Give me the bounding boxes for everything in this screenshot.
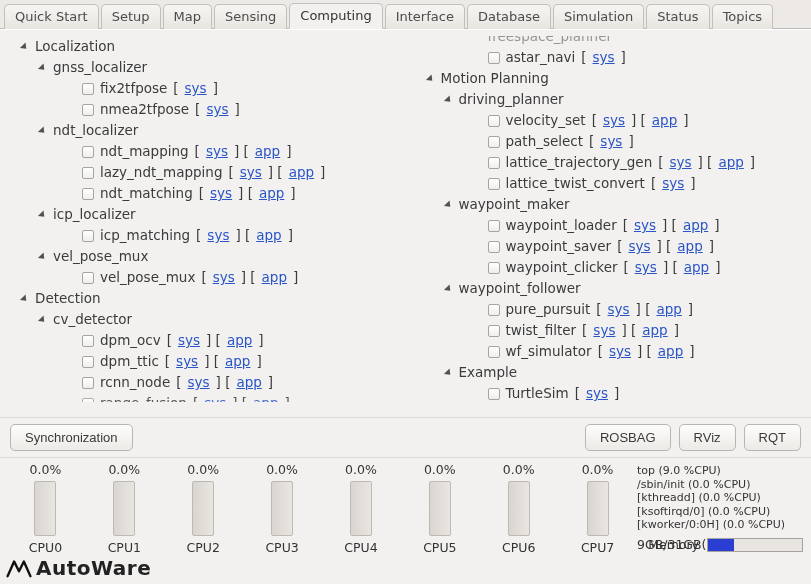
checkbox-velocity-set[interactable]	[488, 115, 500, 127]
twisty-icon[interactable]	[38, 63, 47, 72]
checkbox-lattice-twist-convert[interactable]	[488, 178, 500, 190]
checkbox-astar-navi[interactable]	[488, 52, 500, 64]
tab-status[interactable]: Status	[646, 4, 709, 29]
checkbox-lattice-trajectory-gen[interactable]	[488, 157, 500, 169]
twisty-icon[interactable]	[443, 200, 452, 209]
checkbox-dpm-ttic[interactable]	[82, 356, 94, 368]
checkbox-fix2tfpose[interactable]	[82, 83, 94, 95]
link-sys[interactable]: sys	[600, 131, 622, 152]
link-app[interactable]: app	[642, 320, 667, 341]
link-sys[interactable]: sys	[178, 330, 200, 351]
link-app[interactable]: app	[289, 162, 314, 183]
rviz-button[interactable]: RViz	[679, 424, 736, 451]
group-motion-planning: Motion Planning	[441, 68, 549, 89]
link-app[interactable]: app	[225, 351, 250, 372]
subgroup-waypoint-follower: waypoint_follower	[459, 278, 581, 299]
checkbox-pure-pursuit[interactable]	[488, 304, 500, 316]
link-sys[interactable]: sys	[207, 225, 229, 246]
link-sys[interactable]: sys	[593, 320, 615, 341]
link-app[interactable]: app	[259, 183, 284, 204]
link-sys[interactable]: sys	[185, 78, 207, 99]
link-sys[interactable]: sys	[206, 141, 228, 162]
subgroup-cv-detector: cv_detector	[53, 309, 132, 330]
link-sys[interactable]: sys	[593, 47, 615, 68]
item-icp-matching: icp_matching	[100, 225, 190, 246]
link-sys[interactable]: sys	[603, 110, 625, 131]
checkbox-ndt-mapping[interactable]	[82, 146, 94, 158]
item-velocity-set: velocity_set	[506, 110, 586, 131]
link-sys[interactable]: sys	[670, 152, 692, 173]
tab-topics[interactable]: Topics	[712, 4, 773, 29]
group-detection: Detection	[35, 288, 101, 309]
checkbox-nmea2tfpose[interactable]	[82, 104, 94, 116]
link-sys[interactable]: sys	[206, 99, 228, 120]
tab-simulation[interactable]: Simulation	[553, 4, 644, 29]
tab-database[interactable]: Database	[467, 4, 551, 29]
link-app[interactable]: app	[684, 257, 709, 278]
link-sys[interactable]: sys	[176, 351, 198, 372]
twisty-icon[interactable]	[38, 252, 47, 261]
link-app[interactable]: app	[236, 372, 261, 393]
checkbox-path-select[interactable]	[488, 136, 500, 148]
checkbox-waypoint-clicker[interactable]	[488, 262, 500, 274]
link-app[interactable]: app	[262, 267, 287, 288]
checkbox-wf-simulator[interactable]	[488, 346, 500, 358]
checkbox-twist-filter[interactable]	[488, 325, 500, 337]
link-app[interactable]: app	[256, 225, 281, 246]
checkbox-ndt-matching[interactable]	[82, 188, 94, 200]
link-sys[interactable]: sys	[586, 383, 608, 402]
link-app[interactable]: app	[253, 393, 278, 402]
checkbox-lazy-ndt-mapping[interactable]	[82, 167, 94, 179]
checkbox-rcnn-node[interactable]	[82, 377, 94, 389]
twisty-icon[interactable]	[20, 294, 29, 303]
link-sys[interactable]: sys	[240, 162, 262, 183]
link-sys[interactable]: sys	[608, 299, 630, 320]
checkbox-waypoint-loader[interactable]	[488, 220, 500, 232]
link-sys[interactable]: sys	[635, 257, 657, 278]
twisty-icon[interactable]	[425, 74, 434, 83]
twisty-icon[interactable]	[38, 210, 47, 219]
link-app[interactable]: app	[227, 330, 252, 351]
twisty-icon[interactable]	[20, 42, 29, 51]
twisty-icon[interactable]	[38, 126, 47, 135]
tab-quick-start[interactable]: Quick Start	[4, 4, 99, 29]
link-app[interactable]: app	[255, 141, 280, 162]
tab-interface[interactable]: Interface	[385, 4, 465, 29]
link-app[interactable]: app	[652, 110, 677, 131]
link-app[interactable]: app	[656, 299, 681, 320]
checkbox-vel-pose-mux[interactable]	[82, 272, 94, 284]
checkbox-icp-matching[interactable]	[82, 230, 94, 242]
item-dpm-ocv: dpm_ocv	[100, 330, 161, 351]
link-sys[interactable]: sys	[213, 267, 235, 288]
subgroup-example: Example	[459, 362, 518, 383]
tab-setup[interactable]: Setup	[101, 4, 161, 29]
link-sys[interactable]: sys	[188, 372, 210, 393]
checkbox-turtlesim[interactable]	[488, 388, 500, 400]
tab-computing[interactable]: Computing	[289, 3, 382, 29]
link-sys[interactable]: sys	[210, 183, 232, 204]
link-sys[interactable]: sys	[609, 341, 631, 362]
checkbox-dpm-ocv[interactable]	[82, 335, 94, 347]
link-sys[interactable]: sys	[662, 173, 684, 194]
link-app[interactable]: app	[718, 152, 743, 173]
twisty-icon[interactable]	[443, 95, 452, 104]
twisty-icon[interactable]	[38, 315, 47, 324]
twisty-icon[interactable]	[443, 368, 452, 377]
link-app[interactable]: app	[677, 236, 702, 257]
link-sys[interactable]: sys	[634, 215, 656, 236]
link-sys[interactable]: sys	[628, 236, 650, 257]
rosbag-button[interactable]: ROSBAG	[585, 424, 671, 451]
item-vel-pose-mux: vel_pose_mux	[100, 267, 195, 288]
memory-bar	[707, 538, 803, 552]
link-app[interactable]: app	[658, 341, 683, 362]
item-waypoint-saver: waypoint_saver	[506, 236, 612, 257]
rqt-button[interactable]: RQT	[744, 424, 801, 451]
link-sys[interactable]: sys	[204, 393, 226, 402]
link-app[interactable]: app	[683, 215, 708, 236]
checkbox-range-fusion[interactable]	[82, 398, 94, 403]
synchronization-button[interactable]: Synchronization	[10, 424, 133, 451]
checkbox-waypoint-saver[interactable]	[488, 241, 500, 253]
tab-map[interactable]: Map	[163, 4, 212, 29]
twisty-icon[interactable]	[443, 284, 452, 293]
tab-sensing[interactable]: Sensing	[214, 4, 287, 29]
